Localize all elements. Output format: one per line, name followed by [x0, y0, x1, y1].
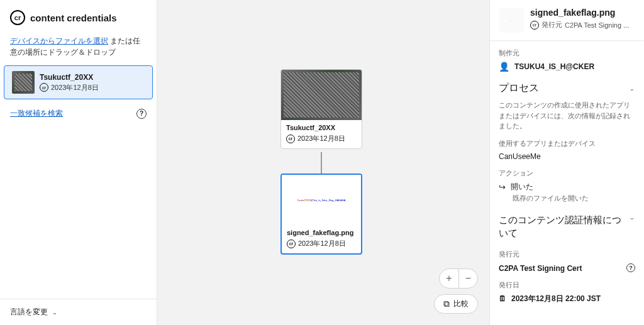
chevron-down-icon: ⌄ — [629, 85, 635, 92]
producer-row: 👤 TSUKU4_IS_H@CKER — [499, 62, 635, 72]
file-date-row: cr 2023年12月8日 — [40, 83, 99, 92]
producer-label: 制作元 — [499, 48, 635, 58]
parent-card-date-row: cr 2023年12月8日 — [286, 134, 357, 143]
zoom-in-button[interactable]: + — [440, 269, 458, 288]
file-select-link[interactable]: デバイスからファイルを選択 — [10, 36, 108, 45]
file-item[interactable]: Tsukuctf_20XX cr 2023年12月8日 — [4, 65, 153, 99]
issue-date-row: 🗓 2023年12月8日 22:00 JST — [499, 294, 635, 304]
child-thumb-icon: TsukuCTF23{This_Is_Fake_Flag_HAHAHA — [282, 175, 361, 225]
issuer-short: C2PA Test Signing ... — [565, 21, 629, 29]
issue-date: 2023年12月8日 22:00 JST — [511, 294, 601, 304]
language-label: 言語を変更 — [10, 307, 48, 317]
details-header: — signed_fakeflag.png cr 発行元 C2PA Test S… — [490, 0, 644, 41]
about-heading-row[interactable]: このコンテンツ認証情報について ⌄ — [499, 211, 635, 242]
zoom-controls: + − — [439, 268, 478, 289]
chevron-down-icon: ⌄ — [629, 214, 635, 221]
graph-canvas[interactable]: Tsukuctf_20XX cr 2023年12月8日 TsukuCTF23{T… — [157, 0, 489, 325]
cr-badge-icon: cr — [286, 135, 295, 143]
issuer-label: 発行元 — [499, 250, 635, 259]
zoom-out-button[interactable]: − — [458, 269, 477, 288]
open-icon: ↪ — [499, 182, 506, 192]
details-issuer-row: cr 発行元 C2PA Test Signing ... — [530, 20, 629, 30]
action-section: アクション ↪ 開いた 既存のファイルを開いた — [499, 161, 635, 203]
language-selector[interactable]: 言語を変更 ⌄ — [0, 299, 157, 325]
issuer-section: 発行元 C2PA Test Signing Cert ? — [499, 242, 635, 273]
cr-badge-icon: cr — [40, 83, 48, 92]
calendar-icon: 🗓 — [499, 294, 506, 303]
app-label: 使用するアプリまたはデバイス — [499, 139, 635, 148]
details-title: signed_fakeflag.png — [530, 8, 629, 18]
brand-text: content credentials — [30, 13, 117, 23]
app-name: CanUseeMe — [499, 152, 635, 161]
child-card-title: signed_fakeflag.png — [287, 229, 356, 236]
details-header-text: signed_fakeflag.png cr 発行元 C2PA Test Sig… — [530, 8, 629, 30]
child-node-card[interactable]: TsukuCTF23{This_Is_Fake_Flag_HAHAHA sign… — [280, 174, 362, 255]
process-heading: プロセス — [499, 82, 539, 95]
file-thumb-icon — [12, 71, 35, 94]
action-desc: 既存のファイルを開いた — [513, 194, 635, 203]
action-label: アクション — [499, 168, 635, 178]
parent-card-title: Tsukuctf_20XX — [286, 124, 357, 131]
cr-badge-icon: cr — [287, 240, 296, 248]
search-candidates-link[interactable]: 一致候補を検索 — [10, 108, 63, 119]
file-name: Tsukuctf_20XX — [40, 73, 99, 82]
issue-date-label: 発行日 — [499, 280, 635, 290]
child-card-date: 2023年12月8日 — [298, 239, 346, 248]
process-heading-row[interactable]: プロセス ⌄ — [499, 79, 635, 97]
child-card-body: signed_fakeflag.png cr 2023年12月8日 — [282, 225, 361, 253]
issuer-full: C2PA Test Signing Cert — [499, 264, 582, 273]
parent-card-body: Tsukuctf_20XX cr 2023年12月8日 — [281, 120, 362, 148]
file-drop-instruction: デバイスからファイルを選択 または任意の場所にドラッグ＆ドロップ — [0, 35, 157, 65]
compare-button[interactable]: ⧉ 比較 — [434, 294, 478, 314]
brand-row: cr content credentials — [0, 10, 157, 35]
sidebar: cr content credentials デバイスからファイルを選択 または… — [0, 0, 157, 325]
help-icon[interactable]: ? — [136, 109, 147, 119]
child-thumb-text: TsukuCTF23{This_Is_Fake_Flag_HAHAHA — [297, 199, 346, 202]
details-thumb-icon: — — [499, 8, 524, 33]
parent-node-card[interactable]: Tsukuctf_20XX cr 2023年12月8日 — [280, 69, 362, 149]
about-section: このコンテンツ認証情報について ⌄ — [499, 203, 635, 242]
graph-connector — [321, 152, 322, 174]
file-date: 2023年12月8日 — [51, 83, 99, 92]
compare-label: 比較 — [453, 299, 469, 309]
cr-badge-icon: cr — [530, 21, 539, 30]
action-row: ↪ 開いた — [499, 182, 635, 192]
action-name: 開いた — [511, 182, 533, 192]
process-desc: このコンテンツの作成に使用されたアプリまたはデバイスには、次の情報が記録されまし… — [499, 100, 635, 131]
about-heading: このコンテンツ認証情報について — [499, 213, 629, 240]
child-card-date-row: cr 2023年12月8日 — [287, 239, 356, 248]
details-body: 制作元 👤 TSUKU4_IS_H@CKER プロセス ⌄ このコンテンツの作成… — [490, 41, 644, 313]
parent-thumb-icon — [281, 70, 362, 120]
issuer-prefix: 発行元 — [541, 20, 562, 30]
process-section: プロセス ⌄ このコンテンツの作成に使用されたアプリまたはデバイスには、次の情報… — [499, 72, 635, 131]
parent-card-date: 2023年12月8日 — [297, 134, 345, 143]
file-info: Tsukuctf_20XX cr 2023年12月8日 — [40, 73, 99, 92]
file-list: Tsukuctf_20XX cr 2023年12月8日 — [0, 65, 157, 99]
producer-name: TSUKU4_IS_H@CKER — [514, 62, 594, 71]
details-panel: — signed_fakeflag.png cr 発行元 C2PA Test S… — [489, 0, 644, 325]
person-icon: 👤 — [499, 62, 509, 72]
issue-date-section: 発行日 🗓 2023年12月8日 22:00 JST — [499, 273, 635, 304]
search-link-row: 一致候補を検索 ? — [0, 99, 157, 119]
chevron-down-icon: ⌄ — [52, 309, 58, 316]
cr-logo-icon: cr — [10, 10, 25, 25]
producer-section: 制作元 👤 TSUKU4_IS_H@CKER — [499, 41, 635, 72]
help-icon[interactable]: ? — [626, 263, 635, 272]
compare-icon: ⧉ — [443, 299, 450, 309]
app-section: 使用するアプリまたはデバイス CanUseeMe — [499, 131, 635, 161]
issuer-value-row: C2PA Test Signing Cert ? — [499, 263, 635, 273]
